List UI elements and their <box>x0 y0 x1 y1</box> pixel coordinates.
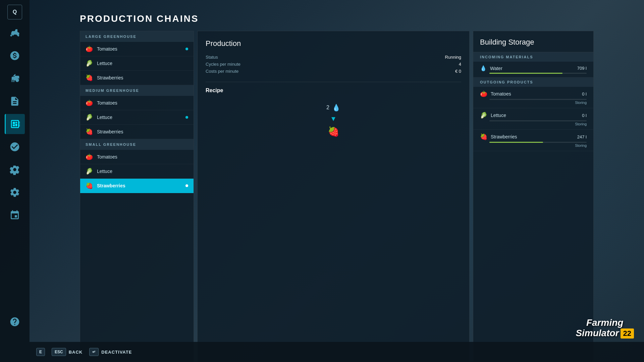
chain-item-lg-tomatoes[interactable]: 🍅 Tomatoes <box>80 42 194 56</box>
deactivate-button[interactable]: ↵ DEACTIVATE <box>89 348 132 356</box>
status-value: Running <box>445 55 461 60</box>
strawberries-progress-container <box>489 142 587 143</box>
strawberries-status: Storing <box>480 143 587 147</box>
recipe-input-amount: 2 <box>326 105 329 111</box>
sidebar-item-help[interactable] <box>5 312 25 332</box>
lettuce-icon-sg: 🥬 <box>86 168 93 175</box>
water-value: 709 l <box>577 66 587 71</box>
tomato-icon-mg: 🍅 <box>86 99 93 107</box>
back-label: BACK <box>69 350 83 355</box>
stat-row-status: Status Running <box>206 55 461 60</box>
sidebar-item-contracts[interactable] <box>5 91 25 111</box>
sidebar-item-production[interactable] <box>5 114 25 134</box>
chain-label-sg-strawberries: Strawberries <box>97 183 185 188</box>
water-icon: 💧 <box>480 65 487 71</box>
chain-item-mg-tomatoes[interactable]: 🍅 Tomatoes <box>80 96 194 110</box>
chain-item-sg-strawberries[interactable]: 🍓 Strawberries <box>80 179 194 193</box>
sidebar: Q <box>0 0 30 362</box>
water-progress-bar <box>489 73 562 74</box>
panels-container: LARGE GREENHOUSE 🍅 Tomatoes 🥬 Lettuce 🍓 … <box>30 31 644 362</box>
chain-item-sg-lettuce[interactable]: 🥬 Lettuce <box>80 164 194 179</box>
storage-header: Building Storage <box>473 31 593 52</box>
strawberries-value: 247 l <box>577 134 587 139</box>
incoming-materials-header: INCOMING MATERIALS <box>473 52 593 62</box>
workers-icon <box>9 141 20 152</box>
recipe-area: 2 💧 ▼ 🍓 <box>206 104 461 137</box>
tomato-icon-lg: 🍅 <box>86 45 93 53</box>
recipe-output: 🍓 <box>328 126 339 137</box>
water-progress-container <box>489 73 587 74</box>
panel-storage: Building Storage INCOMING MATERIALS 💧 Wa… <box>473 31 594 362</box>
lettuce-progress-container <box>489 120 587 121</box>
costs-label: Costs per minute <box>206 69 238 74</box>
panel-chains: LARGE GREENHOUSE 🍅 Tomatoes 🥬 Lettuce 🍓 … <box>80 31 194 362</box>
chain-item-mg-lettuce[interactable]: 🥬 Lettuce <box>80 110 194 125</box>
lettuce-icon-storage: 🥬 <box>480 112 487 119</box>
strawberry-icon-sg: 🍓 <box>86 182 93 189</box>
production-title: Production <box>206 39 461 48</box>
lettuce-value: 0 l <box>582 113 587 118</box>
chain-item-mg-strawberries[interactable]: 🍓 Strawberries <box>80 125 194 139</box>
lettuce-icon-lg: 🥬 <box>86 60 93 67</box>
contracts-icon <box>9 96 20 107</box>
chain-label-lg-strawberries: Strawberries <box>97 75 188 80</box>
sidebar-item-machines[interactable] <box>5 160 25 180</box>
sidebar-item-animals[interactable] <box>5 68 25 88</box>
strawberries-row: 🍓 Strawberries 247 l <box>480 133 587 140</box>
settings-icon <box>9 187 20 198</box>
chain-label-sg-lettuce: Lettuce <box>97 169 188 174</box>
help-icon <box>9 316 20 327</box>
active-dot-lg-tomatoes <box>185 48 188 50</box>
status-label: Status <box>206 55 218 60</box>
tractor-icon <box>9 27 20 38</box>
e-key-box: E <box>36 348 45 356</box>
animals-icon <box>9 73 20 84</box>
group-medium-greenhouse: MEDIUM GREENHOUSE <box>80 85 194 96</box>
sidebar-item-settings[interactable] <box>5 182 25 202</box>
tomato-icon-sg: 🍅 <box>86 153 93 161</box>
costs-value: € 0 <box>455 69 461 74</box>
tomatoes-status: Storing <box>480 101 587 105</box>
strawberry-icon-mg: 🍓 <box>86 128 93 135</box>
strawberries-progress-bar <box>489 142 543 143</box>
chain-item-lg-lettuce[interactable]: 🥬 Lettuce <box>80 56 194 71</box>
recipe-input: 2 💧 <box>326 104 340 112</box>
production-icon <box>10 119 21 129</box>
strawberries-name: Strawberries <box>491 134 577 139</box>
chain-item-lg-strawberries[interactable]: 🍓 Strawberries <box>80 71 194 85</box>
fs-logo: Farming Simulator 22 <box>576 318 634 339</box>
group-small-greenhouse: SMALL GREENHOUSE <box>80 139 194 150</box>
storage-title: Building Storage <box>480 38 587 47</box>
tomatoes-value: 0 l <box>582 92 587 97</box>
strawberry-icon-lg: 🍓 <box>86 74 93 81</box>
sidebar-item-money[interactable] <box>5 46 25 66</box>
divider-1 <box>206 82 461 82</box>
production-stats: Status Running Cycles per minute 4 Costs… <box>206 55 461 74</box>
recipe-title: Recipe <box>206 87 461 94</box>
stat-row-costs: Costs per minute € 0 <box>206 69 461 74</box>
chain-label-lg-lettuce: Lettuce <box>97 61 188 66</box>
sidebar-item-tractor[interactable] <box>5 23 25 43</box>
storage-item-lettuce: 🥬 Lettuce 0 l Storing <box>473 108 593 130</box>
chain-label-lg-tomatoes: Tomatoes <box>97 46 185 52</box>
lettuce-row: 🥬 Lettuce 0 l <box>480 112 587 119</box>
cycles-value: 4 <box>459 62 461 67</box>
chain-item-sg-tomatoes[interactable]: 🍅 Tomatoes <box>80 150 194 164</box>
machines-icon <box>9 164 20 175</box>
sidebar-item-workers[interactable] <box>5 137 25 157</box>
deactivate-label: DEACTIVATE <box>101 350 132 355</box>
e-key-button[interactable]: E <box>36 348 45 356</box>
recipe-arrow: ▼ <box>330 115 337 123</box>
chain-label-sg-tomatoes: Tomatoes <box>97 154 188 160</box>
storage-item-tomatoes: 🍅 Tomatoes 0 l Storing <box>473 87 593 108</box>
page-title: PRODUCTION CHAINS <box>30 0 644 31</box>
money-icon <box>9 50 20 61</box>
sidebar-item-q[interactable]: Q <box>7 5 22 19</box>
esc-key-box: ESC <box>52 348 66 356</box>
sidebar-item-map[interactable] <box>5 205 25 225</box>
fs-logo-year: 22 <box>621 328 634 339</box>
strawberries-icon-storage: 🍓 <box>480 133 487 140</box>
group-large-greenhouse: LARGE GREENHOUSE <box>80 31 194 42</box>
fs-logo-line2: Simulator <box>576 328 619 339</box>
back-button[interactable]: ESC BACK <box>52 348 83 356</box>
